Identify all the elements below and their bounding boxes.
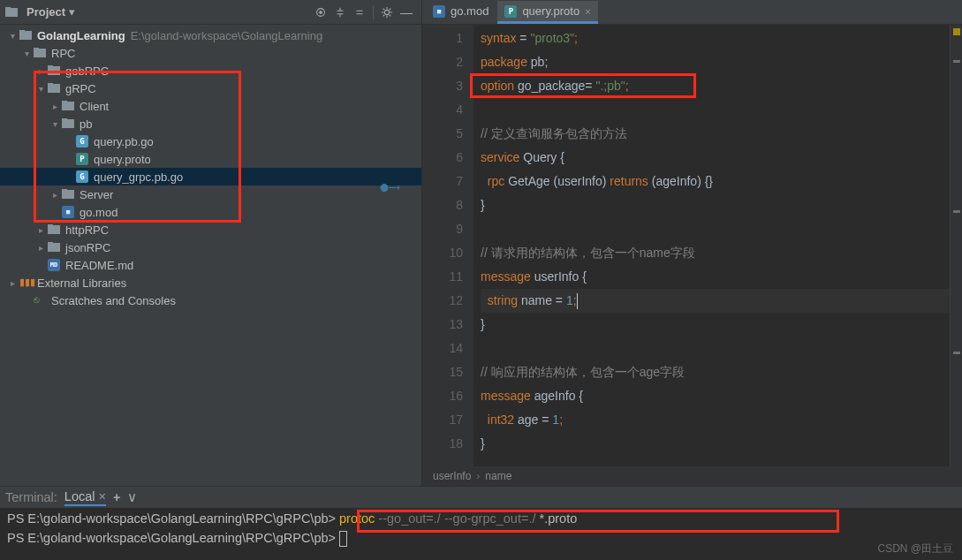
tab-go-mod[interactable]: ▦go.mod [426,1,496,24]
line-number: 12 [422,289,463,313]
watermark: CSDN @田土豆 [877,541,953,556]
line-number: 5 [422,122,463,146]
new-terminal-icon[interactable]: + [113,490,120,504]
proto-file-icon: P [504,5,517,18]
folder-icon [19,30,32,41]
marker[interactable] [953,60,960,63]
line-number: ⬤⟶7 [422,170,463,193]
breadcrumb-bar: userInfo name [422,466,962,486]
marker[interactable] [953,352,960,354]
folder-icon [34,48,46,58]
editor-area: ▦go.mod Pquery.proto× 1 2 3 4 5 6 ⬤⟶7 8 … [422,0,962,486]
tree-scratches[interactable]: ⎋Scratches and Consoles [0,291,421,309]
libraries-icon: ▮▮▮ [19,276,32,289]
project-tool-window: Project ▾ — GolangLearningE:\goland-work… [0,0,422,486]
close-icon[interactable]: × [585,6,590,17]
annotation-highlight-line3 [470,73,696,98]
code-content[interactable]: syntax = "proto3"; package pb; option go… [473,25,950,466]
line-number: 10 [422,241,463,265]
markdown-file-icon: MD [48,259,60,271]
hide-icon[interactable]: — [397,3,416,22]
project-icon [5,7,18,18]
terminal-cursor [339,531,347,547]
line-number: 3 [422,74,463,98]
line-number: 2 [422,50,463,74]
annotation-highlight-terminal [357,510,839,533]
terminal-body[interactable]: PS E:\goland-workspace\GolangLearning\RP… [0,508,962,560]
tab-query-proto[interactable]: Pquery.proto× [497,1,597,24]
line-number: 8 [422,193,463,217]
svg-point-4 [384,10,389,14]
terminal-tabs: Terminal: Local× + ∨ [0,487,962,508]
terminal-dropdown-icon[interactable]: ∨ [127,490,137,504]
project-dropdown-icon[interactable]: ▾ [69,5,75,19]
root-name: GolangLearning [37,29,125,42]
line-number: 13 [422,313,463,337]
project-header: Project ▾ — [0,0,421,25]
separator [373,5,374,19]
line-number: 9 [422,217,463,241]
terminal-title: Terminal: [5,490,57,504]
editor-marker-bar[interactable] [950,25,962,466]
project-title[interactable]: Project [27,5,65,19]
warning-marker[interactable] [953,28,960,35]
folder-icon [48,224,60,235]
svg-rect-10 [48,65,53,68]
line-number: 11 [422,265,463,289]
breadcrumb-item[interactable]: name [485,470,511,482]
line-number: 14 [422,337,463,360]
close-icon[interactable]: × [99,489,106,503]
scratches-icon: ⎋ [34,294,46,306]
tree-folder-rpc[interactable]: RPC [0,44,421,62]
line-number: 15 [422,360,463,384]
svg-rect-22 [48,242,53,245]
terminal-tool-window: Terminal: Local× + ∨ PS E:\goland-worksp… [0,486,962,560]
tree-external-libraries[interactable]: ▮▮▮External Libraries [0,274,421,291]
svg-rect-6 [19,30,25,33]
line-number: 1 [422,26,463,50]
breadcrumb-item[interactable]: userInfo [433,470,471,482]
terminal-line: PS E:\goland-workspace\GolangLearning\RP… [7,531,955,550]
tree-file-readme[interactable]: MDREADME.md [0,256,421,274]
collapse-all-icon[interactable] [350,3,369,22]
svg-point-3 [320,11,322,13]
tab-label: query.proto [522,4,579,18]
line-number: 17 [422,408,463,432]
editor-tabs: ▦go.mod Pquery.proto× [422,0,962,25]
svg-rect-1 [5,7,11,10]
root-path: E:\goland-workspace\GolangLearning [131,29,323,42]
select-opened-file-icon[interactable] [311,3,330,22]
expand-all-icon[interactable] [330,3,350,22]
tree-folder-httprpc[interactable]: httpRPC [0,221,421,238]
folder-icon [48,242,60,253]
svg-rect-20 [48,224,53,227]
gear-icon[interactable] [377,3,397,22]
line-number: 18 [422,432,463,456]
editor-body[interactable]: 1 2 3 4 5 6 ⬤⟶7 8 9 10 11 12 13 14 15 16 [422,25,962,466]
chevron-right-icon [476,470,480,482]
tree-folder-jsonrpc[interactable]: jsonRPC [0,238,421,256]
marker[interactable] [953,210,960,213]
gutter: 1 2 3 4 5 6 ⬤⟶7 8 9 10 11 12 13 14 15 16 [422,25,473,466]
mod-file-icon: ▦ [433,5,445,18]
tree-root[interactable]: GolangLearningE:\goland-workspace\Golang… [0,26,421,44]
line-number: 6 [422,146,463,170]
annotation-highlight-tree [34,71,241,223]
line-number: 4 [422,98,463,122]
tab-label: go.mod [451,4,489,18]
line-number: 16 [422,384,463,408]
terminal-tab-local[interactable]: Local× [64,489,106,506]
svg-rect-8 [34,48,39,50]
